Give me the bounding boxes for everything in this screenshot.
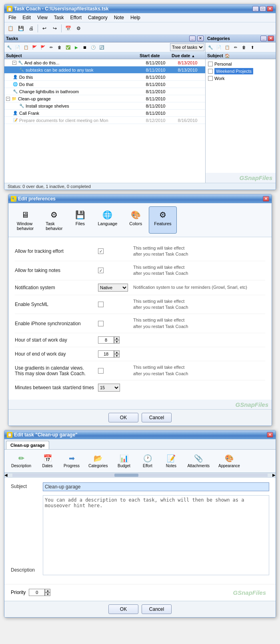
priority-input[interactable] bbox=[29, 589, 45, 596]
tool-description[interactable]: ✏ Description bbox=[8, 452, 35, 470]
expand-icon[interactable]: − bbox=[12, 61, 16, 65]
task-clock-btn[interactable]: 🕐 bbox=[89, 43, 97, 51]
end-hour-down[interactable]: ▼ bbox=[114, 354, 120, 358]
tool-categories[interactable]: 📂 Categories bbox=[85, 452, 111, 470]
task-edit-btn[interactable]: ✏ bbox=[47, 43, 55, 51]
task-complete-btn[interactable]: ✅ bbox=[64, 43, 72, 51]
minimize-button[interactable]: _ bbox=[252, 6, 259, 12]
menu-file[interactable]: File bbox=[6, 14, 18, 21]
table-row[interactable]: 🔧 Change lightbulbs in bathroom 8/11/201… bbox=[4, 88, 205, 95]
tab-files[interactable]: 💾 Files bbox=[69, 206, 91, 234]
menu-edit[interactable]: Edit bbox=[20, 14, 33, 21]
description-textarea[interactable]: You can add a description to each task, … bbox=[43, 495, 269, 575]
pref-gradients-checkbox[interactable] bbox=[98, 368, 104, 374]
tool-appearance[interactable]: 🎨 Appearance bbox=[215, 452, 244, 470]
start-hour-down[interactable]: ▼ bbox=[114, 340, 120, 344]
close-button[interactable]: ✕ bbox=[267, 6, 273, 12]
priority-down[interactable]: ▼ bbox=[45, 592, 50, 596]
task-flag-orange[interactable]: 🚩 bbox=[39, 43, 47, 51]
table-row[interactable]: 👤 Call Frank 8/11/2010 bbox=[4, 110, 205, 117]
pref-syncml-checkbox[interactable] bbox=[98, 302, 104, 307]
tab-colors[interactable]: 🎨 Colors bbox=[124, 206, 147, 234]
redo-button[interactable]: ↪ bbox=[50, 24, 60, 33]
table-row[interactable]: 📝 Prepare documents for client meeting o… bbox=[4, 117, 205, 124]
tool-dates[interactable]: 📅 Dates bbox=[36, 452, 58, 470]
cat-tool-4[interactable]: ✏ bbox=[232, 43, 240, 51]
tab-language[interactable]: 🌐 Language bbox=[92, 206, 122, 234]
end-hour-up[interactable]: ▲ bbox=[114, 350, 120, 354]
edit-task-close-button[interactable]: ✕ bbox=[267, 432, 273, 438]
horizontal-scrollbar[interactable]: ◀ ▶ bbox=[4, 473, 276, 478]
minutes-select[interactable]: 5 10 15 30 bbox=[98, 384, 120, 392]
menu-category[interactable]: Category bbox=[86, 14, 110, 21]
list-item[interactable]: Work bbox=[207, 75, 274, 82]
tool-budget[interactable]: 📊 Budget bbox=[113, 452, 135, 470]
menu-note[interactable]: Note bbox=[112, 14, 126, 21]
pref-cancel-button[interactable]: Cancel bbox=[142, 413, 172, 422]
task-refresh-btn[interactable]: 🔄 bbox=[98, 43, 106, 51]
maximize-button[interactable]: □ bbox=[260, 6, 266, 12]
menu-effort[interactable]: Effort bbox=[68, 14, 84, 21]
tab-features[interactable]: ⚙ Features bbox=[149, 206, 176, 234]
table-row[interactable]: 🔧 subtasks can be added to any task 8/11… bbox=[4, 66, 205, 74]
tab-cleanup-garage[interactable]: Clean-up garage bbox=[6, 441, 49, 449]
notification-select[interactable]: Native Growl Snarl bbox=[98, 284, 128, 292]
task-wrench-icon[interactable]: 🔧 bbox=[5, 43, 13, 51]
tool-attachments[interactable]: 📎 Attachments bbox=[184, 452, 213, 470]
cat-checkbox[interactable] bbox=[208, 69, 213, 74]
cat-tool-6[interactable]: ⬆ bbox=[248, 43, 256, 51]
table-row[interactable]: 🌐 Do that 8/11/2010 bbox=[4, 81, 205, 88]
print-button[interactable]: 🖨 bbox=[26, 24, 36, 33]
tab-window[interactable]: 🖥 Windowbehavior bbox=[12, 206, 39, 234]
edit-task-cancel-button[interactable]: Cancel bbox=[142, 604, 172, 614]
cat-checkbox[interactable] bbox=[208, 76, 213, 81]
table-row[interactable]: − 📁 Clean-up garage 8/11/2010 bbox=[4, 95, 205, 102]
pref-iphone-checkbox[interactable] bbox=[98, 321, 104, 326]
expand-icon[interactable]: − bbox=[6, 97, 10, 101]
cat-tool-5[interactable]: 🗑 bbox=[240, 43, 248, 51]
task-delete-btn[interactable]: 🗑 bbox=[56, 43, 64, 51]
new-task-button[interactable]: 📋 bbox=[6, 24, 15, 33]
list-item[interactable]: Personal bbox=[207, 61, 274, 67]
pref-ok-button[interactable]: OK bbox=[108, 413, 138, 422]
tasks-panel-minimize[interactable]: _ bbox=[189, 36, 196, 41]
cat-panel-close[interactable]: ✕ bbox=[268, 36, 274, 41]
pref-tracking-checkbox[interactable] bbox=[98, 248, 104, 254]
undo-button[interactable]: ↩ bbox=[40, 24, 49, 33]
start-hour-up[interactable]: ▲ bbox=[114, 336, 120, 340]
cat-tool-2[interactable]: 📄 bbox=[215, 43, 223, 51]
table-row[interactable]: − 🔧 And also do this... 8/11/2010 8/13/2… bbox=[4, 59, 205, 66]
pref-close-button[interactable]: ✕ bbox=[263, 196, 269, 202]
settings-button[interactable]: ⚙ bbox=[74, 24, 83, 33]
task-stop-btn[interactable]: ⏹ bbox=[81, 43, 89, 51]
start-hour-input[interactable] bbox=[98, 336, 114, 344]
task-new-btn[interactable]: 📄 bbox=[14, 43, 22, 51]
cat-tool-1[interactable]: 🔧 bbox=[206, 43, 214, 51]
scroll-left-btn[interactable]: ◀ bbox=[4, 473, 8, 477]
cat-panel-minimize[interactable]: _ bbox=[260, 36, 267, 41]
scroll-thumb[interactable] bbox=[114, 474, 138, 477]
tool-progress[interactable]: ➡ Progress bbox=[60, 452, 83, 470]
cat-tool-3[interactable]: 📋 bbox=[223, 43, 231, 51]
edit-task-ok-button[interactable]: OK bbox=[108, 604, 138, 614]
subject-input[interactable] bbox=[43, 482, 269, 491]
menu-view[interactable]: View bbox=[35, 14, 50, 21]
tool-notes[interactable]: 📝 Notes bbox=[160, 452, 182, 470]
scroll-right-btn[interactable]: ▶ bbox=[272, 473, 276, 477]
cat-checkbox[interactable] bbox=[208, 62, 213, 66]
tool-effort[interactable]: 🕐 Effort bbox=[136, 452, 158, 470]
table-row[interactable]: 🔧 Install storage shelves 8/11/2010 bbox=[4, 102, 205, 110]
table-row[interactable]: 👤 Do this 8/11/2010 bbox=[4, 74, 205, 81]
tab-task[interactable]: ⚙ Taskbehavior bbox=[40, 206, 68, 234]
end-hour-input[interactable] bbox=[98, 350, 114, 358]
list-item[interactable]: Weekend Projects bbox=[207, 67, 274, 75]
save-button[interactable]: 💾 bbox=[16, 24, 26, 33]
task-subtask-btn[interactable]: 📋 bbox=[22, 43, 30, 51]
pref-notes-checkbox[interactable] bbox=[98, 268, 104, 273]
priority-up[interactable]: ▲ bbox=[45, 589, 50, 592]
view-selector[interactable]: Tree of tasks bbox=[170, 43, 204, 51]
task-flag-red[interactable]: 🚩 bbox=[30, 43, 38, 51]
tasks-panel-close[interactable]: ✕ bbox=[197, 36, 204, 41]
task-start-btn[interactable]: ▶ bbox=[72, 43, 80, 51]
menu-help[interactable]: Help bbox=[128, 14, 143, 21]
